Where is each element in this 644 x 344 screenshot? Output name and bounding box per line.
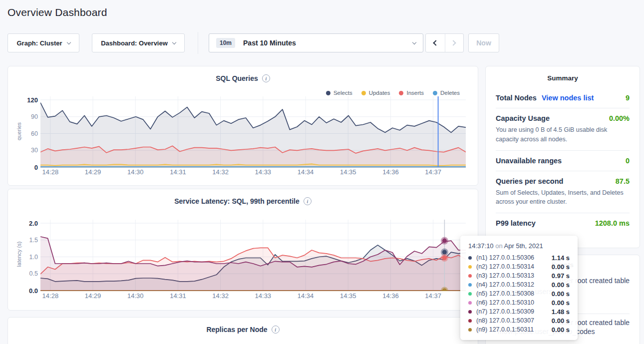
time-range-picker[interactable]: 10m Past 10 Minutes xyxy=(209,33,423,52)
now-button[interactable]: Now xyxy=(468,33,499,52)
chevron-right-icon xyxy=(451,40,456,45)
node-address: (n6) 127.0.0.1:50310 xyxy=(476,299,534,306)
qps-value: 87.5 xyxy=(616,177,630,185)
capacity-usage-description: You are using 0 B of 4.5 GiB usable disk… xyxy=(496,125,630,144)
tooltip-node-row: (n2) 127.0.0.1:503140.00 s xyxy=(468,262,570,271)
node-color-dot-icon xyxy=(468,328,472,332)
chevron-down-icon xyxy=(66,40,70,44)
summary-heading: Summary xyxy=(496,74,630,82)
node-color-dot-icon xyxy=(468,319,472,323)
qps-description: Sum of Selects, Updates, Inserts, and De… xyxy=(496,188,630,207)
chevron-down-icon xyxy=(172,40,176,44)
unavailable-ranges-value: 0 xyxy=(626,157,630,165)
node-color-dot-icon xyxy=(468,256,472,260)
view-nodes-list-link[interactable]: View nodes list xyxy=(542,94,594,102)
x-tick-label: 14:34 xyxy=(293,168,318,176)
x-tick-label: 14:30 xyxy=(123,292,148,300)
sql-queries-card: SQL Queries SelectsUpdatesInsertsDeletes… xyxy=(7,66,478,186)
node-address: (n4) 127.0.0.1:50312 xyxy=(476,281,534,288)
toolbar-divider xyxy=(198,32,198,54)
tooltip-node-row: (n1) 127.0.0.1:503061.14 s xyxy=(468,253,570,262)
x-tick-label: 14:32 xyxy=(208,292,233,300)
legend-item-updates[interactable]: Updates xyxy=(361,90,390,96)
x-axis-ticks: 14:2814:2914:3014:3114:3214:3314:3414:35… xyxy=(40,168,466,176)
service-latency-card: Service Latency: SQL, 99th percentile la… xyxy=(7,189,478,311)
x-tick-label: 14:36 xyxy=(378,168,403,176)
legend-dot-icon xyxy=(399,91,403,95)
tooltip-time: 14:37:10 xyxy=(468,242,494,250)
node-address: (n3) 127.0.0.1:50313 xyxy=(476,272,534,279)
node-color-dot-icon xyxy=(468,265,472,269)
legend-dot-icon xyxy=(361,91,366,95)
legend-label: Updates xyxy=(369,90,390,96)
sql-queries-legend: SelectsUpdatesInsertsDeletes xyxy=(326,90,460,96)
node-color-dot-icon xyxy=(468,292,472,296)
summary-panel: Summary Total Nodes View nodes list 9 Ca… xyxy=(485,66,640,248)
dashboard-dropdown[interactable]: Dashboard: Overview xyxy=(92,33,185,52)
service-latency-chart[interactable] xyxy=(40,220,466,291)
node-color-dot-icon xyxy=(468,283,472,287)
tooltip-timestamp: 14:37:10 on Apr 5th, 2021 xyxy=(468,242,570,250)
chevron-left-icon xyxy=(433,40,439,45)
info-icon[interactable] xyxy=(262,74,270,82)
node-address: (n5) 127.0.0.1:50308 xyxy=(476,290,534,297)
sql-queries-chart[interactable] xyxy=(40,96,466,168)
node-address: (n1) 127.0.0.1:50306 xyxy=(476,254,534,261)
info-icon[interactable] xyxy=(272,326,280,334)
x-tick-label: 14:33 xyxy=(251,168,276,176)
legend-label: Deletes xyxy=(440,90,460,96)
x-axis-ticks: 14:2814:2914:3014:3114:3214:3314:3414:35… xyxy=(40,292,466,300)
time-back-button[interactable] xyxy=(426,34,445,52)
page-title: Overview Dashboard xyxy=(7,6,107,18)
legend-item-inserts[interactable]: Inserts xyxy=(399,90,424,96)
overview-dashboard-page: Overview Dashboard Graph: Cluster Dashbo… xyxy=(0,0,644,344)
node-address: (n9) 127.0.0.1:50311 xyxy=(476,326,534,333)
dashboard-label: Dashboard: Overview xyxy=(101,39,168,47)
y-tick-label: 0.0 xyxy=(19,287,38,295)
x-tick-label: 14:31 xyxy=(165,168,190,176)
chevron-down-icon xyxy=(412,40,416,44)
qps-label: Queries per second xyxy=(496,177,563,185)
p99-latency-label: P99 latency xyxy=(496,219,536,227)
tooltip-node-row: (n8) 127.0.0.1:503070.00 s xyxy=(468,316,570,325)
graph-scope-label: Graph: Cluster xyxy=(16,39,62,47)
node-latency-value: 1.48 s xyxy=(552,308,570,316)
time-range-label: Past 10 Minutes xyxy=(243,39,296,47)
time-pager xyxy=(425,33,464,52)
hover-dot-(n1) xyxy=(442,250,447,255)
node-color-dot-icon xyxy=(468,310,472,314)
node-latency-value: 1.14 s xyxy=(552,254,570,262)
total-nodes-label: Total Nodes xyxy=(496,94,537,102)
legend-label: Selects xyxy=(333,90,352,96)
replicas-chart-title: Replicas per Node xyxy=(206,326,267,334)
tooltip-node-row: (n5) 127.0.0.1:503080.00 s xyxy=(468,289,570,298)
info-icon[interactable] xyxy=(304,197,312,205)
tooltip-on: on xyxy=(495,242,502,250)
summary-row-capacity: Capacity Usage 0.00% You are using 0 B o… xyxy=(496,108,630,151)
x-tick-label: 14:28 xyxy=(38,292,63,300)
tooltip-node-row: (n9) 127.0.0.1:503110.00 s xyxy=(468,325,570,334)
tooltip-node-row: (n4) 127.0.0.1:503120.00 s xyxy=(468,280,570,289)
graph-scope-dropdown[interactable]: Graph: Cluster xyxy=(7,33,79,52)
capacity-usage-label: Capacity Usage xyxy=(496,114,550,122)
legend-item-deletes[interactable]: Deletes xyxy=(433,90,460,96)
summary-row-qps: Queries per second 87.5 Sum of Selects, … xyxy=(496,171,630,214)
x-tick-label: 14:35 xyxy=(335,168,360,176)
x-tick-label: 14:28 xyxy=(38,168,63,176)
tooltip-node-row: (n3) 127.0.0.1:503130.97 s xyxy=(468,271,570,280)
y-tick-label: 0 xyxy=(19,164,38,171)
time-forward-button[interactable] xyxy=(445,34,464,52)
node-color-dot-icon xyxy=(468,301,472,305)
legend-dot-icon xyxy=(433,91,437,95)
time-range-badge: 10m xyxy=(216,38,235,48)
unavailable-ranges-label: Unavailable ranges xyxy=(496,157,562,165)
y-axis-ticks: 0306090120 xyxy=(19,96,38,176)
x-tick-label: 14:32 xyxy=(208,168,233,176)
legend-label: Inserts xyxy=(406,90,424,96)
node-address: (n7) 127.0.0.1:50309 xyxy=(476,308,534,315)
x-tick-label: 14:37 xyxy=(421,292,446,300)
legend-item-selects[interactable]: Selects xyxy=(326,90,352,96)
hover-dot-(n7) xyxy=(442,239,447,243)
y-tick-label: 1.5 xyxy=(19,237,38,244)
node-latency-value: 0.00 s xyxy=(552,317,570,325)
